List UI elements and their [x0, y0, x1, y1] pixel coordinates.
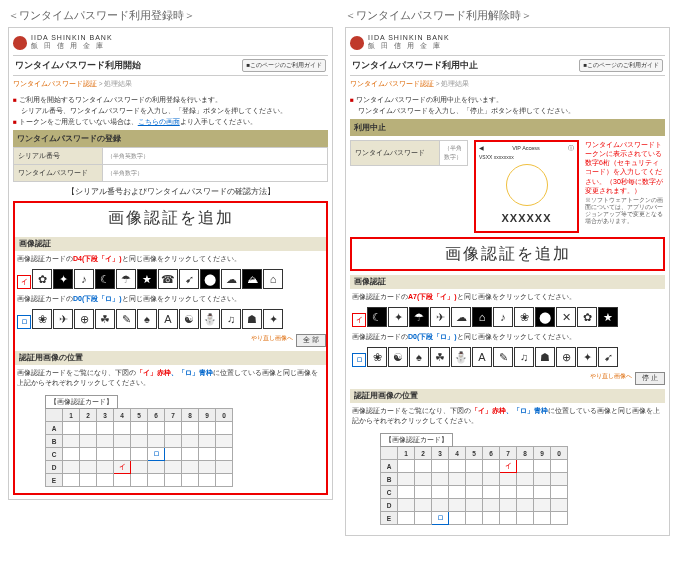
register-form: シリアル番号（半角英数字） ワンタイムパスワード（半角数字）	[13, 147, 328, 182]
token-preview: ◀VIP Accessⓘ VSXX xxxxxxxx XXXXXX	[474, 140, 579, 233]
page-title: ワンタイムパスワード利用開始	[15, 59, 141, 72]
marker-ro: ロ	[17, 315, 31, 329]
all-button[interactable]: 全 部	[296, 334, 326, 347]
page-title: ワンタイムパスワード利用中止	[352, 59, 478, 72]
help-button[interactable]: ■このページのご利用ガイド	[242, 59, 326, 72]
apple-icon	[350, 36, 364, 50]
add-image-auth-banner: 画像認証を追加	[350, 237, 665, 271]
right-panel: IIDA SHINKIN BANK 飯 田 信 用 金 庫 ワンタイムパスワード…	[345, 27, 670, 536]
icon-row-b: ロ ❀✈⊕☘✎♠A☯⛄♫☗✦	[15, 307, 326, 331]
highlight-box: 画像認証を追加 画像認証 画像認証カードのD4(下段「イ」)と同じ画像をクリック…	[13, 201, 328, 495]
redo-link[interactable]: やり直し画像へ	[251, 334, 293, 347]
section-stop: 利用中止	[350, 119, 665, 136]
note: ■ ご利用を開始するワンタイムパスワードの利用登録を行います。	[13, 95, 328, 104]
marker-i: イ	[17, 275, 31, 289]
add-image-auth-banner: 画像認証を追加	[15, 203, 326, 233]
position-grid: 1234567890 Aイ B C D Eロ	[380, 446, 568, 525]
apple-icon	[13, 36, 27, 50]
breadcrumb: ワンタイムパスワード認証 > 処理結果	[13, 76, 328, 93]
stop-button[interactable]: 停 止	[635, 372, 665, 385]
auth-icon[interactable]: ✿	[32, 269, 52, 289]
help-button[interactable]: ■このページのご利用ガイド	[579, 59, 663, 72]
section-register: ワンタイムパスワードの登録	[13, 130, 328, 147]
confirm-note: 【シリアル番号およびワンタイムパスワードの確認方法】	[13, 186, 328, 197]
right-heading: ＜ワンタイムパスワード利用解除時＞	[345, 8, 670, 23]
bank-logo: IIDA SHINKIN BANK 飯 田 信 用 金 庫	[13, 32, 328, 55]
left-heading: ＜ワンタイムパスワード利用登録時＞	[8, 8, 333, 23]
redo-link[interactable]: やり直し画像へ	[590, 372, 632, 385]
left-panel: IIDA SHINKIN BANK 飯 田 信 用 金 庫 ワンタイムパスワード…	[8, 27, 333, 500]
callout: ワンタイムパスワードトークンに表示されている数字6桁（セキュリティコード）を入力…	[585, 140, 665, 195]
icon-row-a: イ ✿✦♪☾☂★☎➹⬤☁⛰⌂	[15, 267, 326, 291]
position-grid: 1234567890 A B Cロ Dイ E	[45, 408, 233, 487]
token-link[interactable]: こちらの画面	[138, 118, 180, 125]
